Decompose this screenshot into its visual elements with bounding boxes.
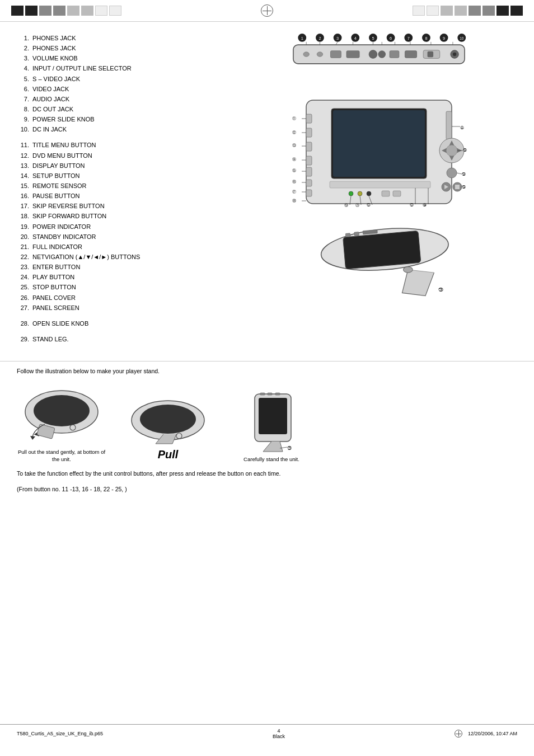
svg-text:⑫: ⑫ <box>292 130 296 134</box>
svg-text:㉔: ㉔ <box>462 172 466 176</box>
list-item: 11.TITLE MENU BUTTON <box>17 140 229 150</box>
svg-text:3: 3 <box>336 36 339 41</box>
svg-text:⑬: ⑬ <box>292 143 296 147</box>
list-item: 7.AUDIO JACK <box>17 94 229 104</box>
bar-block-5 <box>67 6 79 16</box>
list-item: 25.STOP BUTTON <box>17 282 229 292</box>
diagrams-column: 1 2 3 4 5 6 7 8 9 10 <box>241 33 517 344</box>
device-mid-diagram: ⑪ ⑫ ⑬ ⑭ ⑮ ⑯ ⑰ ⑱ ㉒ ㉓ <box>241 95 517 218</box>
print-color: Black <box>273 734 285 739</box>
list-item: 29.STAND LEG. <box>17 334 229 344</box>
svg-rect-122 <box>260 393 265 395</box>
svg-text:⑪: ⑪ <box>292 116 296 120</box>
footer-note-2: (From button no. 11 -13, 16 - 18, 22 - 2… <box>17 485 517 494</box>
stand-view-svg: ㉙ <box>241 223 517 302</box>
crosshair-footer <box>455 730 462 738</box>
footer-center: 4 Black <box>273 728 285 739</box>
svg-line-92 <box>457 173 462 174</box>
stand-instruction-text: Follow the illustration below to make yo… <box>17 367 517 376</box>
list-item: 24.PLAY BUTTON <box>17 272 229 282</box>
bar-block-r6 <box>483 6 495 16</box>
list-item: 2.PHONES JACK <box>17 43 229 53</box>
svg-text:㉘: ㉘ <box>423 203 427 207</box>
svg-point-67 <box>367 191 371 196</box>
mid-view-svg: ⑪ ⑫ ⑬ ⑭ ⑮ ⑯ ⑰ ⑱ ㉒ ㉓ <box>241 95 517 218</box>
svg-rect-24 <box>346 51 359 58</box>
svg-text:9: 9 <box>443 36 445 41</box>
svg-marker-115 <box>30 436 35 440</box>
bar-block-6 <box>81 6 93 16</box>
svg-text:8: 8 <box>425 36 427 41</box>
list-item: 14.SETUP BUTTON <box>17 171 229 181</box>
list-item: 5.S – VIDEO JACK <box>17 74 229 84</box>
bar-right <box>413 6 523 16</box>
svg-point-32 <box>453 53 456 56</box>
device-top-diagram: 1 2 3 4 5 6 7 8 9 10 <box>241 33 517 86</box>
list-item: 27.PANEL SCREEN <box>17 303 229 313</box>
page-number: 4 <box>273 728 285 734</box>
svg-point-118 <box>140 405 196 434</box>
footer-left: T580_Curtis_A5_size_UK_Eng_ib.p65 <box>17 731 103 736</box>
footer-right-group: 12/20/2006, 10:47 AM <box>455 730 517 738</box>
bar-block-r4 <box>455 6 467 16</box>
list-item: 17.SKIP REVERSE BUTTON <box>17 201 229 211</box>
list-item: 13.DISPLAY BUTTON <box>17 161 229 171</box>
stand-images-row: Pull out the stand gently, at bottom of … <box>17 384 517 463</box>
svg-point-65 <box>349 191 353 196</box>
stand-caption-1: Pull out the stand gently, at bottom of … <box>17 448 106 463</box>
svg-rect-121 <box>259 398 287 434</box>
svg-rect-64 <box>455 185 460 189</box>
svg-rect-107 <box>345 233 350 237</box>
svg-rect-30 <box>428 51 434 58</box>
svg-text:4: 4 <box>354 36 357 41</box>
svg-rect-70 <box>330 181 430 188</box>
list-item: 18.SKIP FORWARD BUTTON <box>17 211 229 221</box>
device-stand-diagram: ㉙ <box>241 223 517 302</box>
bar-block-7 <box>95 6 107 16</box>
svg-text:1: 1 <box>301 36 303 41</box>
svg-rect-28 <box>405 51 416 58</box>
list-item: 21.FULL INDICATOR <box>17 242 229 252</box>
list-item: 23.ENTER BUTTON <box>17 262 229 272</box>
list-item: 15.REMOTE SENSOR <box>17 181 229 191</box>
svg-text:㉙: ㉙ <box>287 446 292 451</box>
bar-block-r2 <box>427 6 439 16</box>
svg-text:⑯: ⑯ <box>292 180 296 184</box>
stand-image-1: Pull out the stand gently, at bottom of … <box>17 384 106 463</box>
bar-block-r1 <box>413 6 425 16</box>
svg-point-26 <box>378 51 386 58</box>
stand-image-3: ㉙ Carefully stand the unit. <box>229 391 313 463</box>
svg-point-22 <box>317 52 323 57</box>
footer-right: 12/20/2006, 10:47 AM <box>468 731 517 736</box>
svg-text:5: 5 <box>372 36 374 41</box>
svg-text:⑱: ⑱ <box>292 199 296 203</box>
stand-caption-3: Carefully stand the unit. <box>243 456 299 463</box>
list-item: 26.PANEL COVER <box>17 293 229 303</box>
svg-rect-108 <box>354 232 359 236</box>
svg-point-21 <box>303 52 310 57</box>
svg-rect-49 <box>306 156 312 165</box>
svg-text:10: 10 <box>460 36 464 40</box>
crosshair-center <box>261 4 273 17</box>
svg-rect-124 <box>275 393 280 395</box>
list-item: 6.VIDEO JACK <box>17 84 229 94</box>
svg-rect-48 <box>306 142 312 151</box>
list-item: 12.DVD MENU BUTTON <box>17 151 229 161</box>
svg-text:⑳: ⑳ <box>355 203 359 207</box>
svg-point-113 <box>34 395 90 426</box>
svg-text:㉓: ㉓ <box>463 148 467 152</box>
svg-rect-53 <box>446 111 452 139</box>
bar-block-r5 <box>469 6 481 16</box>
list-item: 1.PHONES JACK <box>17 33 229 43</box>
list-item: 10.DC IN JACK <box>17 124 229 134</box>
svg-text:7: 7 <box>407 36 410 41</box>
parts-list-column: 1.PHONES JACK 2.PHONES JACK 3.VOLUME KNO… <box>17 33 229 344</box>
svg-point-66 <box>358 191 362 196</box>
svg-rect-69 <box>393 191 401 196</box>
footer-note-1: To take the function effect by the unit … <box>17 469 517 478</box>
list-item: 9.POWER SLIDE KNOB <box>17 114 229 124</box>
svg-text:⑮: ⑮ <box>292 168 296 172</box>
svg-rect-46 <box>306 114 312 123</box>
list-item: 22.NETVIGATION (▲/▼/◄/►) BUTTONS <box>17 252 229 262</box>
top-bar <box>0 0 534 22</box>
